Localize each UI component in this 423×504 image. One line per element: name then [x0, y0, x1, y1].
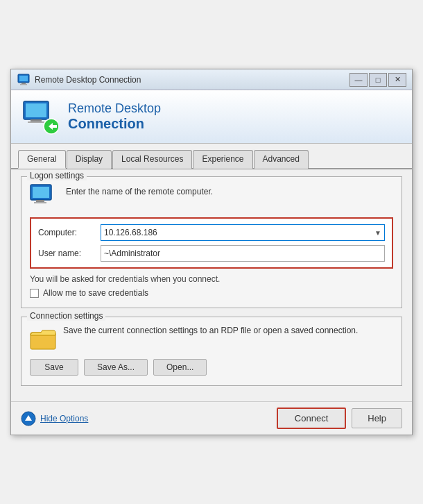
computer-row: Computer: ▼ — [38, 224, 385, 241]
header-line2: Connection — [68, 116, 161, 132]
save-credentials-row: Allow me to save credentials — [30, 288, 393, 298]
computer-label: Computer: — [38, 228, 101, 237]
tab-advanced[interactable]: Advanced — [254, 150, 309, 169]
tab-experience[interactable]: Experience — [193, 150, 252, 169]
svg-rect-6 — [31, 119, 42, 121]
connection-section-label: Connection settings — [27, 311, 105, 321]
titlebar: Remote Desktop Connection — □ ✕ — [11, 69, 412, 90]
hide-options-label[interactable]: Hide Options — [40, 414, 88, 423]
logon-top: Enter the name of the remote computer. — [30, 184, 393, 210]
tab-local-resources[interactable]: Local Resources — [112, 150, 192, 169]
svg-rect-1 — [19, 76, 28, 81]
logon-form: Computer: ▼ User name: — [30, 217, 393, 269]
hide-options-icon — [21, 411, 36, 426]
computer-dropdown-arrow[interactable]: ▼ — [374, 229, 381, 237]
svg-rect-2 — [21, 83, 26, 84]
hide-options-control[interactable]: Hide Options — [21, 411, 88, 426]
tab-general[interactable]: General — [18, 150, 66, 169]
titlebar-title: Remote Desktop Connection — [35, 75, 349, 85]
folder-icon — [30, 324, 56, 351]
header-banner: Remote Desktop Connection — [11, 90, 412, 144]
svg-rect-5 — [26, 103, 46, 117]
content-area: Logon settings Enter the name of the rem… — [11, 169, 412, 401]
logon-settings-section: Logon settings Enter the name of the rem… — [21, 176, 402, 308]
close-button[interactable]: ✕ — [388, 73, 406, 87]
titlebar-controls: — □ ✕ — [349, 73, 406, 87]
connection-description: Save the current connection settings to … — [63, 324, 358, 337]
open-button[interactable]: Open... — [153, 359, 207, 376]
header-line1: Remote Desktop — [68, 101, 161, 117]
header-computer-icon — [22, 99, 58, 135]
tab-display[interactable]: Display — [67, 150, 112, 169]
computer-input[interactable] — [104, 228, 374, 237]
minimize-button[interactable]: — — [349, 73, 368, 87]
maximize-button[interactable]: □ — [369, 73, 387, 87]
svg-rect-3 — [20, 84, 27, 85]
header-text: Remote Desktop Connection — [68, 101, 161, 133]
save-credentials-checkbox[interactable] — [30, 289, 39, 298]
logon-computer-icon — [30, 184, 59, 210]
connection-settings-section: Connection settings Save the current con… — [21, 317, 402, 386]
computer-input-wrap[interactable]: ▼ — [101, 224, 385, 241]
username-input[interactable] — [101, 245, 385, 262]
save-credentials-label: Allow me to save credentials — [43, 288, 148, 298]
username-row: User name: — [38, 245, 385, 262]
svg-rect-12 — [36, 200, 44, 202]
bottom-bar: Hide Options Connect Help — [11, 401, 412, 435]
window-icon — [17, 73, 31, 87]
credentials-note: You will be asked for credentials when y… — [30, 274, 393, 284]
connection-top: Save the current connection settings to … — [30, 324, 393, 351]
svg-rect-7 — [28, 121, 44, 123]
connect-button[interactable]: Connect — [277, 408, 346, 429]
username-label: User name: — [38, 249, 101, 258]
svg-rect-13 — [34, 202, 46, 203]
svg-rect-11 — [33, 187, 49, 198]
logon-section-label: Logon settings — [27, 171, 87, 180]
save-as-button[interactable]: Save As... — [84, 359, 148, 376]
main-window: Remote Desktop Connection — □ ✕ Remote D… — [10, 69, 413, 435]
connection-buttons: Save Save As... Open... — [30, 359, 393, 376]
save-button[interactable]: Save — [30, 359, 78, 376]
help-button[interactable]: Help — [352, 408, 402, 428]
tabs-bar: General Display Local Resources Experien… — [11, 144, 412, 169]
logon-description: Enter the name of the remote computer. — [66, 187, 213, 196]
